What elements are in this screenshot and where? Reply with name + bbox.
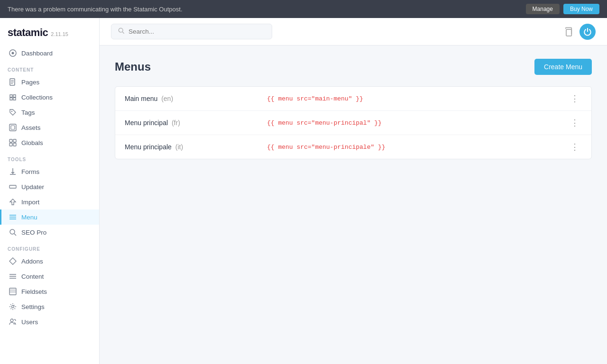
svg-point-29: [10, 319, 13, 322]
page-body: Menus Create Menu Main menu (en) {{ menu…: [100, 46, 607, 173]
sidebar-item-pages[interactable]: Pages: [0, 74, 99, 90]
sidebar-item-assets[interactable]: Assets: [0, 120, 99, 135]
assets-icon: [9, 124, 17, 131]
collections-icon: [9, 93, 17, 101]
power-icon[interactable]: [579, 24, 596, 40]
topbar-right: [563, 24, 596, 40]
svg-rect-11: [9, 143, 12, 146]
sidebar-addons-label: Addons: [21, 258, 43, 265]
sidebar-item-globals[interactable]: Globals: [0, 135, 99, 150]
sidebar-assets-label: Assets: [21, 124, 41, 131]
table-row: Menu principal (fr) {{ menu src="menu-pr…: [115, 111, 591, 135]
svg-line-20: [14, 234, 16, 236]
sidebar-collections-label: Collections: [21, 94, 53, 101]
copy-icon[interactable]: [563, 27, 574, 37]
sidebar-item-forms[interactable]: Forms: [0, 164, 99, 179]
menu-code: {{ menu src="main-menu" }}: [267, 95, 568, 102]
sidebar-forms-label: Forms: [21, 168, 39, 175]
svg-rect-25: [9, 288, 16, 295]
sidebar-section-tools: TOOLS: [0, 150, 99, 164]
banner-actions: Manage Buy Now: [526, 4, 599, 14]
page-title: Menus: [115, 60, 151, 73]
svg-line-31: [122, 32, 124, 34]
sidebar-import-label: Import: [21, 199, 39, 206]
settings-icon: [9, 303, 17, 310]
menu-row-actions-0[interactable]: ⋮: [568, 93, 582, 104]
svg-point-30: [119, 28, 123, 32]
menu-row-actions-1[interactable]: ⋮: [568, 118, 582, 128]
tags-icon: [9, 109, 17, 116]
sidebar-users-label: Users: [21, 318, 38, 326]
search-icon: [118, 27, 125, 36]
sidebar-section-content: CONTENT: [0, 61, 99, 74]
search-input[interactable]: [129, 28, 265, 35]
sidebar-settings-label: Settings: [21, 303, 45, 310]
users-icon: [9, 318, 17, 326]
svg-rect-32: [566, 29, 571, 36]
menu-code: {{ menu src="menu-principal" }}: [267, 119, 568, 127]
sidebar-item-collections[interactable]: Collections: [0, 90, 99, 105]
svg-marker-15: [10, 199, 16, 205]
menu-name: Main menu (en): [125, 95, 267, 102]
seo-pro-icon: [9, 228, 17, 236]
menu-table: Main menu (en) {{ menu src="main-menu" }…: [115, 86, 592, 159]
sidebar-item-content[interactable]: Content: [0, 269, 99, 284]
logo-text: statamic: [8, 27, 48, 39]
search-box[interactable]: [111, 24, 272, 39]
svg-point-1: [12, 52, 14, 55]
sidebar-content-label: Content: [21, 273, 44, 280]
table-row: Main menu (en) {{ menu src="main-menu" }…: [115, 87, 591, 111]
sidebar-seo-pro-label: SEO Pro: [21, 229, 46, 236]
menu-code: {{ menu src="menu-principale" }}: [267, 144, 568, 151]
globals-icon: [9, 139, 17, 146]
manage-button[interactable]: Manage: [526, 4, 560, 14]
svg-marker-21: [9, 258, 16, 264]
menu-name: Menu principale (it): [125, 143, 267, 151]
dashboard-icon: [9, 49, 17, 57]
menu-row-actions-2[interactable]: ⋮: [568, 142, 582, 152]
sidebar-section-configure: CONFIGURE: [0, 240, 99, 254]
svg-rect-12: [13, 143, 16, 146]
create-menu-button[interactable]: Create Menu: [534, 59, 592, 75]
menu-name: Menu principal (fr): [125, 119, 267, 127]
sidebar-item-import[interactable]: Import: [0, 194, 99, 209]
sidebar-logo: statamic 2.11.15: [0, 18, 99, 46]
logo-version: 2.11.15: [51, 31, 68, 37]
menu-icon: [9, 213, 17, 221]
sidebar-updater-label: Updater: [21, 183, 44, 191]
sidebar-tags-label: Tags: [21, 109, 35, 116]
sidebar-item-users[interactable]: Users: [0, 314, 99, 329]
topbar: [100, 18, 607, 46]
content-icon: [9, 273, 17, 280]
forms-icon: [9, 168, 17, 175]
sidebar-item-seo-pro[interactable]: SEO Pro: [0, 225, 99, 240]
sidebar-pages-label: Pages: [21, 79, 39, 86]
sidebar-item-fieldsets[interactable]: Fieldsets: [0, 284, 99, 299]
svg-rect-7: [9, 124, 16, 131]
sidebar-item-updater[interactable]: Updater: [0, 179, 99, 194]
svg-point-6: [11, 111, 12, 112]
sidebar: statamic 2.11.15 Dashboard CONTENT Pages…: [0, 18, 100, 364]
buy-button[interactable]: Buy Now: [563, 4, 599, 14]
updater-icon: [9, 183, 17, 191]
sidebar-item-settings[interactable]: Settings: [0, 299, 99, 314]
page-header: Menus Create Menu: [115, 59, 592, 75]
svg-rect-14: [9, 185, 16, 188]
sidebar-item-tags[interactable]: Tags: [0, 105, 99, 120]
svg-rect-8: [11, 126, 15, 129]
svg-point-19: [10, 229, 15, 234]
top-banner: There was a problem communicating with t…: [0, 0, 607, 18]
svg-point-28: [12, 306, 14, 308]
sidebar-globals-label: Globals: [21, 139, 43, 146]
svg-rect-9: [9, 139, 12, 142]
main-content: Menus Create Menu Main menu (en) {{ menu…: [100, 18, 607, 364]
banner-message: There was a problem communicating with t…: [8, 6, 183, 13]
import-icon: [9, 198, 17, 206]
fieldsets-icon: [9, 288, 17, 295]
sidebar-item-menu[interactable]: Menu: [0, 209, 99, 225]
sidebar-item-addons[interactable]: Addons: [0, 254, 99, 269]
svg-rect-10: [13, 139, 16, 142]
sidebar-menu-label: Menu: [21, 214, 37, 221]
sidebar-dashboard-label: Dashboard: [21, 50, 53, 57]
sidebar-item-dashboard[interactable]: Dashboard: [0, 46, 99, 61]
